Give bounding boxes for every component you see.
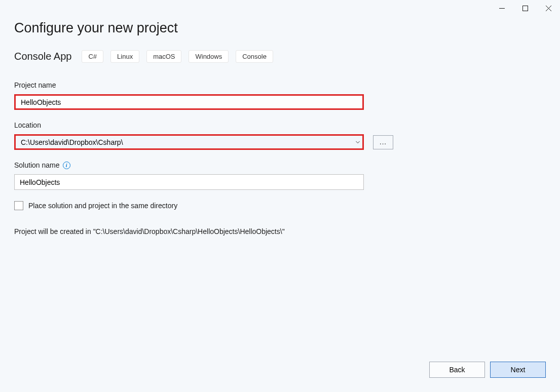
location-combo[interactable] [14,134,364,150]
solution-name-label-text: Solution name [14,161,60,169]
location-label: Location [14,121,546,129]
page-title: Configure your new project [14,20,546,36]
template-tag: macOS [146,50,181,63]
same-directory-row: Place solution and project in the same d… [14,201,546,210]
project-name-input[interactable] [14,94,364,110]
maximize-button[interactable] [513,0,537,16]
location-group: Location ... [14,121,546,150]
same-directory-label: Place solution and project in the same d… [28,202,177,210]
solution-name-label: Solution name i [14,161,546,169]
template-tag: Console [236,50,273,63]
project-path-summary: Project will be created in "C:\Users\dav… [14,227,546,236]
template-tag: Linux [110,50,139,63]
next-button[interactable]: Next [490,362,546,378]
maximize-icon [522,6,528,11]
footer-buttons: Back Next [429,362,546,378]
template-tag: C# [82,50,103,63]
minimize-button[interactable] [490,0,513,16]
project-name-group: Project name [14,81,546,110]
window-controls [490,0,560,16]
template-name: Console App [14,51,71,62]
back-button[interactable]: Back [429,362,485,378]
info-icon[interactable]: i [63,162,70,169]
svg-rect-1 [522,6,528,11]
same-directory-checkbox[interactable] [14,201,23,210]
close-icon [546,6,551,11]
close-button[interactable] [537,0,560,16]
template-tag: Windows [189,50,229,63]
minimize-icon [499,6,505,11]
location-input[interactable] [14,134,364,150]
dialog-content: Configure your new project Console App C… [0,0,560,236]
solution-name-group: Solution name i [14,161,546,190]
solution-name-input[interactable] [14,174,364,190]
browse-button[interactable]: ... [373,135,393,149]
location-row: ... [14,134,546,150]
template-header: Console App C# Linux macOS Windows Conso… [14,50,546,63]
project-name-label: Project name [14,81,546,89]
